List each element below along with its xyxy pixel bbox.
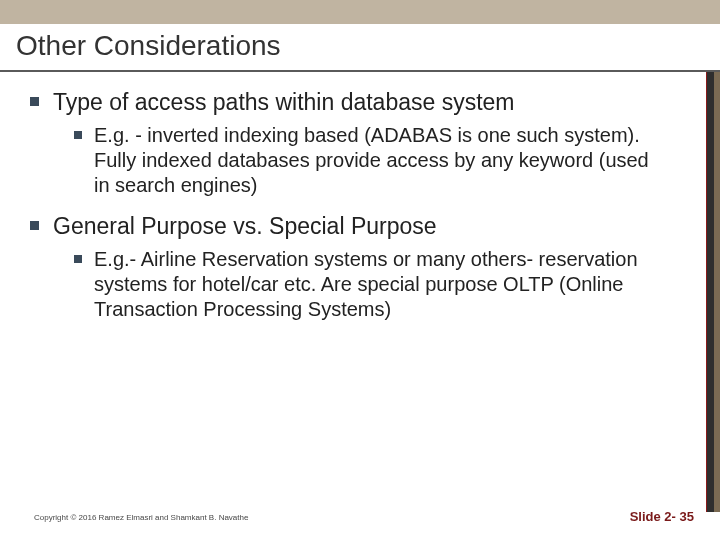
bullet-text: Type of access paths within database sys…	[53, 88, 515, 117]
bullet-text: E.g. - inverted indexing based (ADABAS i…	[94, 123, 654, 198]
square-bullet-icon	[74, 131, 82, 139]
square-bullet-icon	[74, 255, 82, 263]
bullet-level2: E.g. - inverted indexing based (ADABAS i…	[74, 123, 690, 198]
title-underline	[0, 70, 720, 72]
square-bullet-icon	[30, 221, 39, 230]
bullet-text: General Purpose vs. Special Purpose	[53, 212, 437, 241]
slide-title: Other Considerations	[16, 30, 704, 62]
square-bullet-icon	[30, 97, 39, 106]
footer-copyright: Copyright © 2016 Ramez Elmasri and Shamk…	[34, 513, 248, 522]
right-accent-bar	[706, 72, 720, 512]
slide: Other Considerations Type of access path…	[0, 0, 720, 540]
bullet-level1: Type of access paths within database sys…	[30, 88, 690, 117]
bullet-text: E.g.- Airline Reservation systems or man…	[94, 247, 654, 322]
top-band	[0, 0, 720, 24]
footer-page-number: Slide 2- 35	[630, 509, 694, 524]
content-area: Type of access paths within database sys…	[30, 88, 690, 336]
bullet-level1: General Purpose vs. Special Purpose	[30, 212, 690, 241]
title-area: Other Considerations	[16, 30, 704, 66]
bullet-level2: E.g.- Airline Reservation systems or man…	[74, 247, 690, 322]
